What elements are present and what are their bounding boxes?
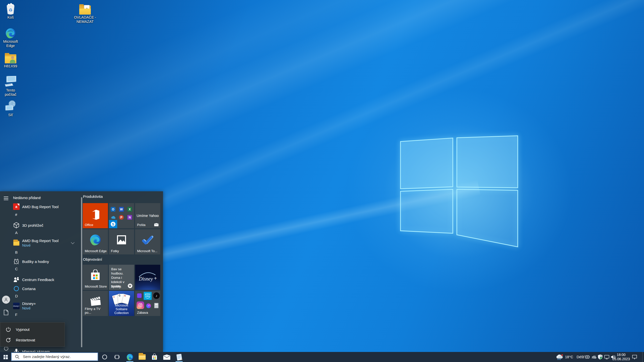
desktop-icon-network[interactable]: Síť [0,100,21,117]
start-button[interactable] [0,352,11,362]
taskbar-mail-button[interactable] [161,352,172,362]
calculator-icon [154,303,158,308]
windows-start-icon [4,355,8,359]
user-folder-icon [0,51,21,63]
tile-movies-tv[interactable]: Filmy a TV po... [83,291,108,316]
folder-icon: a [74,2,96,15]
desktop-screen: ♻ Koš a OVLADAČE - NEMAZAT [0,0,644,362]
tile-group-title[interactable]: Objevování [83,257,102,261]
time: 18:00 [612,353,630,357]
spotify-icon [128,284,132,288]
desktop-icon-drivers-folder[interactable]: a OVLADAČE - NEMAZAT [74,2,96,24]
desktop-icon-this-pc[interactable]: Tento počítač [0,75,21,97]
word-icon: W [119,207,124,212]
action-center-button[interactable] [631,354,637,360]
tile-office-folder[interactable]: O W X P N S [109,203,134,228]
edge-icon [126,353,134,361]
system-tray: 18°C Déšť [554,352,644,362]
tiktok-icon: ♪ [153,292,160,299]
recycle-bin-icon: ♻ [0,2,21,15]
taskbar-edge-button[interactable] [124,352,135,362]
notification-icon [632,355,637,359]
desktop-icon-recycle-bin[interactable]: ♻ Koš [0,2,21,20]
date: 05.06.2023 [612,357,630,361]
edge-icon [0,26,21,39]
show-desktop-button[interactable] [642,352,644,362]
desktop-icon-label: OVLADAČE - NEMAZAT [74,15,96,24]
taskbar-clock[interactable]: 18:00 05.06.2023 [612,353,630,361]
mail-icon [163,354,170,360]
shutdown-menu-item[interactable]: Vypnout [0,324,65,335]
onenote-icon: N [127,215,132,220]
desktop-icon-edge[interactable]: Microsoft Edge [0,26,21,48]
svg-text:♻: ♻ [9,8,12,13]
prime-video-icon: prime video [144,292,152,300]
cortana-button[interactable] [99,352,110,362]
onedrive-icon [111,215,115,220]
notepad-icon [176,353,183,361]
taskbar: 18°C Déšť [0,352,644,362]
cortana-icon [102,354,107,360]
tile-fun-folder[interactable]: prime video ♪ Zábava [135,291,160,316]
desktop-icon-label: H81X99 [0,64,21,68]
tile-office[interactable]: Office [83,203,108,228]
skype-icon: S [109,220,117,228]
desktop-icon-label: Tento počítač [0,88,21,97]
weather-condition[interactable]: Déšť [577,352,584,362]
disney-plus-logo: Disney + [135,265,160,290]
messenger-icon [146,303,151,308]
store-icon [151,353,157,360]
tile-edge[interactable]: Microsoft Edge [83,229,108,254]
weather-icon[interactable] [555,354,564,360]
restart-menu-item[interactable]: Restartovat [0,335,65,345]
tile-spotify[interactable]: Bav se hudbou. Doma i kdekoli v terénu. … [109,265,134,290]
tile-disney-plus[interactable]: Disney + [135,265,160,290]
taskbar-search[interactable] [11,352,98,361]
tile-group-title[interactable]: Produktivita [83,194,103,199]
power-icon [6,327,11,332]
tile-store[interactable]: Microsoft Store [83,265,108,290]
tile-todo[interactable]: Microsoft To... [135,229,160,254]
powerpoint-icon: P [119,215,124,220]
network-tray-icon[interactable] [604,354,610,360]
desktop-icon-label: Microsoft Edge [0,39,21,48]
taskbar-store-button[interactable] [149,352,160,362]
task-view-icon [114,355,119,359]
search-icon [15,355,19,359]
power-flyout-menu: Vypnout Restartovat [0,322,65,347]
search-input[interactable] [22,354,91,359]
tile-solitaire[interactable]: J Q K Microsoft Solitaire Collection [109,291,134,316]
outlook-icon: O [111,207,115,212]
instagram-icon [137,301,144,309]
tile-mail[interactable]: Umíme Yahoo Pošta [135,203,160,228]
tile-photos[interactable]: Fotky [109,229,134,254]
mail-icon [154,223,158,226]
weather-temp[interactable]: 18°C [565,352,573,362]
app-icon [137,293,142,298]
svg-text:+: + [154,276,157,281]
taskbar-notepad-button[interactable] [174,352,185,362]
taskbar-file-explorer-button[interactable] [137,352,148,362]
restart-icon [6,337,11,342]
desktop-icon-label: Koš [0,15,21,20]
security-tray-icon[interactable] [597,354,603,360]
desktop-icon-user-folder[interactable]: H81X99 [0,51,21,68]
this-pc-icon [0,75,21,87]
file-explorer-icon [139,354,146,360]
task-view-button[interactable] [111,352,123,362]
excel-icon: X [127,207,132,212]
mail-live-text: Umíme Yahoo [135,214,160,218]
snip-tray-icon[interactable] [584,354,590,360]
onedrive-tray-icon[interactable] [591,354,597,360]
network-icon [0,100,21,112]
svg-text:Disney: Disney [139,276,153,282]
desktop-icon-label: Síť [0,113,21,117]
